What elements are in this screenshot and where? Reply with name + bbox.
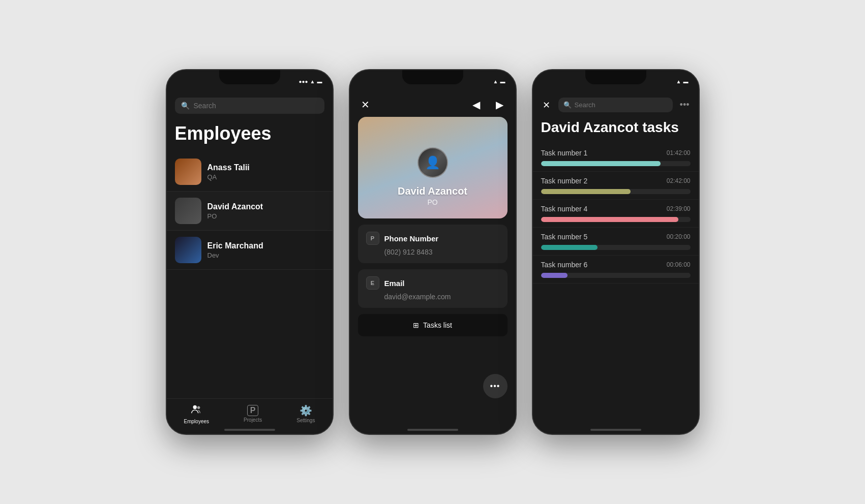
screen3-content: ✕ 🔍 ••• David Azancot tasks Task number … bbox=[533, 92, 699, 434]
nav-employees-label: Employees bbox=[184, 419, 209, 424]
email-info-card: E Email david@example.com bbox=[358, 269, 508, 308]
list-item[interactable]: Eric Marchand Dev bbox=[167, 231, 333, 270]
task-item-1[interactable]: Task number 1 01:42:00 bbox=[533, 144, 699, 172]
phone-info-card: P Phone Number (802) 912 8483 bbox=[358, 225, 508, 263]
profile-avatar-img: 👤 bbox=[419, 148, 447, 177]
nav-settings[interactable]: ⚙️ Settings bbox=[296, 404, 315, 423]
page-title: Employees bbox=[167, 119, 333, 152]
phone-label: Phone Number bbox=[384, 234, 439, 243]
search-input[interactable] bbox=[194, 102, 318, 110]
tasks-list-label: Tasks list bbox=[423, 321, 452, 329]
tasks-search-input[interactable] bbox=[575, 101, 668, 109]
avatar bbox=[175, 237, 201, 263]
notch-3 bbox=[585, 70, 646, 84]
wifi-icon-2: ▲ bbox=[493, 79, 498, 84]
task-item-3[interactable]: Task number 4 02:39:00 bbox=[533, 200, 699, 228]
task-name-2: Task number 2 bbox=[541, 177, 588, 185]
tasks-title: David Azancot tasks bbox=[533, 117, 699, 144]
task-bar-track-1 bbox=[541, 161, 691, 166]
settings-icon: ⚙️ bbox=[300, 404, 312, 417]
tasks-close-button[interactable]: ✕ bbox=[539, 100, 554, 111]
task-item-5[interactable]: Task number 6 00:06:00 bbox=[533, 256, 699, 284]
status-icons-1: ●●● ▲ ▬ bbox=[299, 79, 322, 84]
task-bar-track-3 bbox=[541, 217, 691, 222]
task-row-2: Task number 2 02:42:00 bbox=[541, 177, 691, 185]
task-bar-fill-2 bbox=[541, 189, 631, 194]
task-bar-fill-3 bbox=[541, 217, 678, 222]
avatar: . bbox=[175, 159, 201, 185]
tasks-list-icon: ⊞ bbox=[413, 321, 419, 329]
list-item[interactable]: Vincent De Lachaux Dev bbox=[167, 270, 333, 275]
employee-info-1: Anass Talii QA bbox=[207, 163, 250, 181]
task-time-3: 02:39:00 bbox=[667, 205, 691, 212]
task-time-1: 01:42:00 bbox=[667, 149, 691, 156]
screens-container: ●●● ▲ ▬ 🔍 Employees . Anass Talii QA bbox=[145, 49, 720, 455]
fab-button[interactable]: ••• bbox=[483, 374, 508, 398]
nav-projects[interactable]: P Projects bbox=[244, 405, 262, 423]
notch-1 bbox=[219, 70, 280, 84]
search-bar-1[interactable]: 🔍 bbox=[175, 98, 324, 114]
notch-2 bbox=[402, 70, 463, 84]
task-name-1: Task number 1 bbox=[541, 149, 588, 157]
task-bar-track-2 bbox=[541, 189, 691, 194]
status-bar-3: ▲ ▬ bbox=[533, 70, 699, 92]
svg-point-0 bbox=[193, 405, 197, 408]
search-icon: 🔍 bbox=[181, 102, 190, 110]
task-row-1: Task number 1 01:42:00 bbox=[541, 149, 691, 157]
task-row-3: Task number 4 02:39:00 bbox=[541, 205, 691, 213]
phone-card-header: P Phone Number bbox=[366, 232, 499, 245]
task-row-4: Task number 5 00:20:00 bbox=[541, 233, 691, 241]
status-bar-2: ▲ ▬ bbox=[350, 70, 516, 92]
employee-info-3: Eric Marchand Dev bbox=[207, 241, 263, 259]
home-indicator-2 bbox=[407, 429, 458, 431]
battery-icon-3: ▬ bbox=[683, 79, 689, 84]
profile-name: David Azancot bbox=[398, 185, 467, 197]
tasks-more-button[interactable]: ••• bbox=[677, 100, 693, 110]
profile-header: ✕ ◀ ▶ bbox=[350, 92, 516, 117]
task-list: Task number 1 01:42:00 Task number 2 02:… bbox=[533, 144, 699, 284]
tasks-search-bar[interactable]: 🔍 bbox=[558, 98, 673, 112]
screen2-content: ✕ ◀ ▶ 👤 David Azancot PO P Phone Number … bbox=[350, 92, 516, 434]
next-button[interactable]: ▶ bbox=[492, 99, 508, 111]
tasks-search-icon: 🔍 bbox=[563, 101, 572, 109]
task-time-5: 00:06:00 bbox=[667, 261, 691, 268]
task-name-3: Task number 4 bbox=[541, 205, 588, 213]
task-bar-track-4 bbox=[541, 245, 691, 250]
screen1-content: 🔍 Employees . Anass Talii QA bbox=[167, 92, 333, 434]
nav-settings-label: Settings bbox=[296, 418, 315, 423]
email-value: david@example.com bbox=[366, 293, 499, 301]
phone-screen-2: ▲ ▬ ✕ ◀ ▶ 👤 David Azancot PO P bbox=[349, 69, 517, 435]
list-item[interactable]: David Azancot PO bbox=[167, 192, 333, 231]
wifi-icon: ▲ bbox=[310, 79, 315, 84]
task-item-4[interactable]: Task number 5 00:20:00 bbox=[533, 228, 699, 256]
home-indicator-1 bbox=[224, 429, 275, 431]
task-bar-fill-1 bbox=[541, 161, 661, 166]
projects-icon: P bbox=[247, 405, 258, 416]
list-item[interactable]: . Anass Talii QA bbox=[167, 152, 333, 192]
email-card-header: E Email bbox=[366, 276, 499, 290]
tasks-list-button[interactable]: ⊞ Tasks list bbox=[358, 314, 508, 336]
task-row-5: Task number 6 00:06:00 bbox=[541, 261, 691, 269]
task-item-2[interactable]: Task number 2 02:42:00 bbox=[533, 172, 699, 200]
employee-role-1: QA bbox=[207, 173, 250, 181]
signal-icon: ●●● bbox=[299, 79, 308, 84]
avatar-img-1: . bbox=[175, 159, 201, 185]
employee-role-2: PO bbox=[207, 212, 263, 220]
task-bar-fill-5 bbox=[541, 273, 568, 278]
task-time-2: 02:42:00 bbox=[667, 177, 691, 184]
task-name-4: Task number 5 bbox=[541, 233, 588, 241]
employee-name-2: David Azancot bbox=[207, 202, 263, 211]
email-label: Email bbox=[384, 279, 405, 288]
close-button[interactable]: ✕ bbox=[358, 99, 373, 111]
task-bar-track-5 bbox=[541, 273, 691, 278]
employee-name-1: Anass Talii bbox=[207, 163, 250, 172]
email-icon: E bbox=[366, 276, 379, 290]
tasks-header: ✕ 🔍 ••• bbox=[533, 92, 699, 117]
status-icons-2: ▲ ▬ bbox=[493, 79, 505, 84]
employee-info-2: David Azancot PO bbox=[207, 202, 263, 220]
nav-employees[interactable]: Employees bbox=[184, 404, 209, 424]
prev-button[interactable]: ◀ bbox=[469, 99, 484, 111]
wifi-icon-3: ▲ bbox=[676, 79, 681, 84]
phone-icon: P bbox=[366, 232, 379, 245]
phone-value: (802) 912 8483 bbox=[366, 248, 499, 256]
